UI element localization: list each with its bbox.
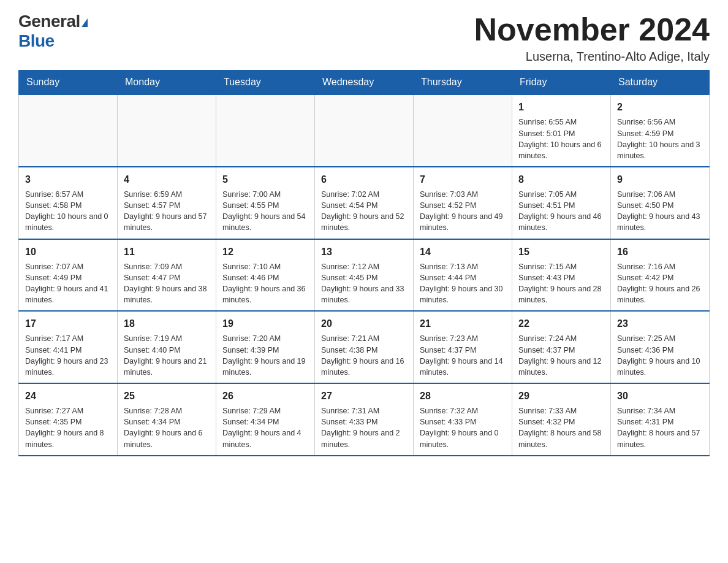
logo-triangle-icon [82, 18, 88, 27]
calendar-cell: 2Sunrise: 6:56 AMSunset: 4:59 PMDaylight… [611, 94, 710, 167]
logo: General Blue [18, 12, 88, 51]
calendar-cell: 27Sunrise: 7:31 AMSunset: 4:33 PMDayligh… [315, 383, 414, 456]
day-info: Sunrise: 7:10 AMSunset: 4:46 PMDaylight:… [222, 261, 308, 306]
calendar-cell: 10Sunrise: 7:07 AMSunset: 4:49 PMDayligh… [19, 239, 118, 312]
calendar-cell: 29Sunrise: 7:33 AMSunset: 4:32 PMDayligh… [512, 383, 611, 456]
column-header-thursday: Thursday [414, 71, 512, 95]
day-info: Sunrise: 7:15 AMSunset: 4:43 PMDaylight:… [518, 261, 604, 306]
day-number: 21 [420, 316, 506, 331]
title-block: November 2024 Luserna, Trentino-Alto Adi… [474, 12, 710, 64]
calendar-cell [414, 94, 512, 167]
day-number: 7 [420, 172, 506, 186]
day-number: 8 [518, 172, 604, 186]
calendar-cell: 5Sunrise: 7:00 AMSunset: 4:55 PMDaylight… [216, 167, 315, 239]
day-number: 2 [617, 100, 703, 114]
day-info: Sunrise: 7:05 AMSunset: 4:51 PMDaylight:… [518, 189, 604, 234]
location: Luserna, Trentino-Alto Adige, Italy [474, 50, 710, 64]
calendar-cell: 12Sunrise: 7:10 AMSunset: 4:46 PMDayligh… [216, 239, 315, 312]
day-info: Sunrise: 7:24 AMSunset: 4:37 PMDaylight:… [518, 333, 604, 378]
day-number: 29 [518, 389, 604, 403]
column-header-monday: Monday [118, 71, 216, 95]
day-info: Sunrise: 7:17 AMSunset: 4:41 PMDaylight:… [25, 333, 111, 378]
day-info: Sunrise: 7:21 AMSunset: 4:38 PMDaylight:… [321, 333, 407, 378]
column-header-sunday: Sunday [19, 71, 118, 95]
day-number: 25 [124, 389, 210, 403]
calendar-cell: 7Sunrise: 7:03 AMSunset: 4:52 PMDaylight… [414, 167, 512, 239]
day-info: Sunrise: 7:13 AMSunset: 4:44 PMDaylight:… [420, 261, 506, 306]
calendar-cell: 21Sunrise: 7:23 AMSunset: 4:37 PMDayligh… [414, 311, 512, 383]
calendar-cell [315, 94, 414, 167]
day-info: Sunrise: 7:09 AMSunset: 4:47 PMDaylight:… [124, 261, 210, 306]
day-number: 28 [420, 389, 506, 403]
day-info: Sunrise: 7:07 AMSunset: 4:49 PMDaylight:… [25, 261, 111, 306]
calendar-cell: 20Sunrise: 7:21 AMSunset: 4:38 PMDayligh… [315, 311, 414, 383]
day-number: 18 [124, 316, 210, 331]
day-info: Sunrise: 7:06 AMSunset: 4:50 PMDaylight:… [617, 189, 703, 234]
calendar-cell: 8Sunrise: 7:05 AMSunset: 4:51 PMDaylight… [512, 167, 611, 239]
day-number: 26 [222, 389, 308, 403]
day-info: Sunrise: 7:16 AMSunset: 4:42 PMDaylight:… [617, 261, 703, 306]
column-header-saturday: Saturday [611, 71, 710, 95]
day-number: 16 [617, 245, 703, 259]
day-number: 12 [222, 245, 308, 259]
calendar-cell: 14Sunrise: 7:13 AMSunset: 4:44 PMDayligh… [414, 239, 512, 312]
calendar-cell: 26Sunrise: 7:29 AMSunset: 4:34 PMDayligh… [216, 383, 315, 456]
calendar-cell: 30Sunrise: 7:34 AMSunset: 4:31 PMDayligh… [611, 383, 710, 456]
calendar-cell: 16Sunrise: 7:16 AMSunset: 4:42 PMDayligh… [611, 239, 710, 312]
calendar-week-row: 17Sunrise: 7:17 AMSunset: 4:41 PMDayligh… [19, 311, 710, 383]
day-info: Sunrise: 7:25 AMSunset: 4:36 PMDaylight:… [617, 333, 703, 378]
day-info: Sunrise: 7:28 AMSunset: 4:34 PMDaylight:… [124, 405, 210, 450]
calendar-cell: 9Sunrise: 7:06 AMSunset: 4:50 PMDaylight… [611, 167, 710, 239]
logo-general-text: General [18, 12, 80, 31]
calendar-cell: 13Sunrise: 7:12 AMSunset: 4:45 PMDayligh… [315, 239, 414, 312]
calendar-header-row: SundayMondayTuesdayWednesdayThursdayFrid… [19, 71, 710, 95]
day-number: 11 [124, 245, 210, 259]
day-number: 9 [617, 172, 703, 186]
day-info: Sunrise: 7:19 AMSunset: 4:40 PMDaylight:… [124, 333, 210, 378]
day-number: 22 [518, 316, 604, 331]
calendar-cell: 15Sunrise: 7:15 AMSunset: 4:43 PMDayligh… [512, 239, 611, 312]
day-number: 27 [321, 389, 407, 403]
day-number: 23 [617, 316, 703, 331]
day-info: Sunrise: 7:29 AMSunset: 4:34 PMDaylight:… [222, 405, 308, 450]
calendar-cell: 25Sunrise: 7:28 AMSunset: 4:34 PMDayligh… [118, 383, 216, 456]
calendar-week-row: 1Sunrise: 6:55 AMSunset: 5:01 PMDaylight… [19, 94, 710, 167]
day-number: 14 [420, 245, 506, 259]
calendar-cell: 1Sunrise: 6:55 AMSunset: 5:01 PMDaylight… [512, 94, 611, 167]
calendar-cell: 23Sunrise: 7:25 AMSunset: 4:36 PMDayligh… [611, 311, 710, 383]
column-header-tuesday: Tuesday [216, 71, 315, 95]
calendar-cell: 24Sunrise: 7:27 AMSunset: 4:35 PMDayligh… [19, 383, 118, 456]
calendar-cell: 18Sunrise: 7:19 AMSunset: 4:40 PMDayligh… [118, 311, 216, 383]
day-info: Sunrise: 7:34 AMSunset: 4:31 PMDaylight:… [617, 405, 703, 450]
calendar-cell: 28Sunrise: 7:32 AMSunset: 4:33 PMDayligh… [414, 383, 512, 456]
day-number: 15 [518, 245, 604, 259]
day-info: Sunrise: 7:33 AMSunset: 4:32 PMDaylight:… [518, 405, 604, 450]
day-number: 20 [321, 316, 407, 331]
day-number: 5 [222, 172, 308, 186]
calendar-cell: 4Sunrise: 6:59 AMSunset: 4:57 PMDaylight… [118, 167, 216, 239]
calendar-cell: 17Sunrise: 7:17 AMSunset: 4:41 PMDayligh… [19, 311, 118, 383]
calendar-week-row: 10Sunrise: 7:07 AMSunset: 4:49 PMDayligh… [19, 239, 710, 312]
month-title: November 2024 [474, 12, 710, 47]
day-number: 4 [124, 172, 210, 186]
calendar-week-row: 3Sunrise: 6:57 AMSunset: 4:58 PMDaylight… [19, 167, 710, 239]
day-info: Sunrise: 7:00 AMSunset: 4:55 PMDaylight:… [222, 189, 308, 234]
calendar-cell: 11Sunrise: 7:09 AMSunset: 4:47 PMDayligh… [118, 239, 216, 312]
day-info: Sunrise: 7:23 AMSunset: 4:37 PMDaylight:… [420, 333, 506, 378]
calendar-week-row: 24Sunrise: 7:27 AMSunset: 4:35 PMDayligh… [19, 383, 710, 456]
column-header-friday: Friday [512, 71, 611, 95]
calendar-cell: 19Sunrise: 7:20 AMSunset: 4:39 PMDayligh… [216, 311, 315, 383]
column-header-wednesday: Wednesday [315, 71, 414, 95]
day-info: Sunrise: 7:27 AMSunset: 4:35 PMDaylight:… [25, 405, 111, 450]
day-number: 1 [518, 100, 604, 114]
day-number: 19 [222, 316, 308, 331]
day-number: 30 [617, 389, 703, 403]
day-info: Sunrise: 6:56 AMSunset: 4:59 PMDaylight:… [617, 117, 703, 161]
calendar-cell [118, 94, 216, 167]
day-number: 17 [25, 316, 111, 331]
logo-blue-text: Blue [18, 31, 55, 51]
calendar-cell [19, 94, 118, 167]
calendar-table: SundayMondayTuesdayWednesdayThursdayFrid… [18, 70, 710, 456]
day-info: Sunrise: 7:20 AMSunset: 4:39 PMDaylight:… [222, 333, 308, 378]
day-info: Sunrise: 7:03 AMSunset: 4:52 PMDaylight:… [420, 189, 506, 234]
